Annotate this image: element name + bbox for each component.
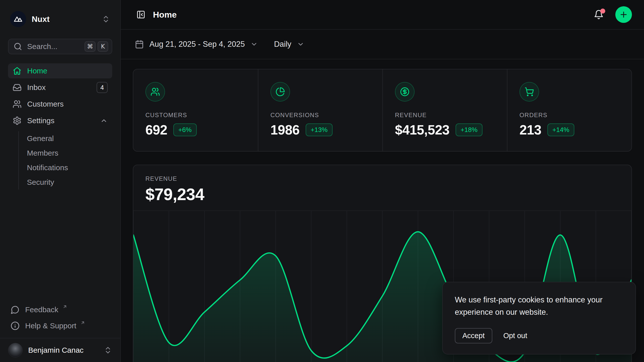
users-icon xyxy=(145,82,165,102)
settings-subnav: General Members Notifications Security xyxy=(18,131,112,190)
sidebar-footer: Feedback Help & Support xyxy=(8,302,112,338)
chevron-down-icon xyxy=(297,40,304,48)
stat-value: 213 xyxy=(519,122,541,138)
opt-out-button[interactable]: Opt out xyxy=(503,332,527,340)
sidebar-item-home[interactable]: Home xyxy=(8,63,112,78)
sidebar-item-label: Inbox xyxy=(27,83,46,92)
accept-button[interactable]: Accept xyxy=(455,328,492,343)
help-support-label: Help & Support xyxy=(25,322,76,330)
search-placeholder: Search... xyxy=(27,42,57,51)
revenue-panel-header: REVENUE $79,234 xyxy=(133,165,631,210)
stat-label: ORDERS xyxy=(519,112,619,119)
chevrons-up-down-icon xyxy=(102,15,110,23)
topbar-actions xyxy=(592,6,632,23)
stat-label: REVENUE xyxy=(395,112,495,119)
help-support-link[interactable]: Help & Support xyxy=(8,318,112,333)
kbd-cmd: ⌘ xyxy=(85,41,96,52)
sidebar-item-security[interactable]: Security xyxy=(19,175,112,190)
date-range-picker[interactable]: Aug 21, 2025 - Sep 4, 2025 xyxy=(135,40,258,49)
stat-delta-badge: +14% xyxy=(547,123,574,136)
app-root: Nuxt Search... ⌘ K Home xyxy=(0,0,644,362)
workspace-switcher[interactable]: Nuxt xyxy=(8,10,112,28)
revenue-panel-value: $79,234 xyxy=(145,185,619,204)
info-circle-icon xyxy=(11,321,20,330)
granularity-select[interactable]: Daily xyxy=(274,40,304,49)
sidebar-item-label: Home xyxy=(27,67,47,75)
nuxt-logo-icon xyxy=(10,11,26,27)
granularity-value: Daily xyxy=(274,40,291,49)
home-icon xyxy=(13,66,22,75)
pie-chart-icon xyxy=(270,82,290,102)
cookie-banner: We use first-party cookies to enhance yo… xyxy=(442,282,636,354)
topbar: Home xyxy=(121,0,644,30)
stat-card-revenue: REVENUE $415,523 +18% xyxy=(382,69,507,151)
add-button[interactable] xyxy=(615,6,632,23)
sidebar-item-settings[interactable]: Settings xyxy=(8,113,112,128)
sidebar-nav: Home Inbox 4 Customers Settings xyxy=(8,63,112,190)
sidebar-item-label: Customers xyxy=(27,100,64,108)
message-circle-icon xyxy=(11,305,20,314)
revenue-panel-label: REVENUE xyxy=(145,175,619,182)
inbox-count-badge: 4 xyxy=(97,82,108,93)
sidebar-item-inbox[interactable]: Inbox 4 xyxy=(8,80,112,95)
page-title: Home xyxy=(153,10,177,20)
users-icon xyxy=(13,100,22,109)
search-input[interactable]: Search... ⌘ K xyxy=(8,39,112,54)
search-shortcut: ⌘ K xyxy=(85,41,108,52)
stat-card-orders: ORDERS 213 +14% xyxy=(507,69,631,151)
stats-row: CUSTOMERS 692 +6% CONVERSIONS 1986 +13% xyxy=(133,69,632,152)
stat-value: 1986 xyxy=(270,122,300,138)
chevrons-up-down-icon xyxy=(104,346,112,354)
feedback-label: Feedback xyxy=(25,305,58,314)
filter-bar: Aug 21, 2025 - Sep 4, 2025 Daily xyxy=(121,30,644,59)
cookie-message: We use first-party cookies to enhance yo… xyxy=(455,294,623,319)
sidebar-item-notifications[interactable]: Notifications xyxy=(19,160,112,175)
search-icon xyxy=(14,42,22,51)
stat-label: CUSTOMERS xyxy=(145,112,246,119)
sidebar-item-label: Settings xyxy=(27,116,54,125)
user-name: Benjamin Canac xyxy=(28,346,84,354)
user-menu[interactable]: Benjamin Canac xyxy=(0,338,120,362)
external-link-icon xyxy=(62,304,67,309)
sidebar-item-general[interactable]: General xyxy=(19,131,112,146)
stat-label: CONVERSIONS xyxy=(270,112,370,119)
avatar xyxy=(8,343,23,357)
stat-card-conversions: CONVERSIONS 1986 +13% xyxy=(258,69,382,151)
notification-dot xyxy=(600,9,605,14)
stat-value: $415,523 xyxy=(395,122,450,138)
cookie-actions: Accept Opt out xyxy=(455,328,623,343)
stat-value: 692 xyxy=(145,122,167,138)
workspace-name: Nuxt xyxy=(32,15,50,24)
sidebar-item-customers[interactable]: Customers xyxy=(8,97,112,112)
external-link-icon xyxy=(80,320,85,325)
chevron-down-icon xyxy=(250,40,258,48)
shopping-cart-icon xyxy=(519,82,539,102)
stat-delta-badge: +6% xyxy=(173,123,197,136)
stat-delta-badge: +13% xyxy=(306,123,333,136)
notifications-button[interactable] xyxy=(592,8,605,21)
sidebar: Nuxt Search... ⌘ K Home xyxy=(0,0,121,362)
stat-delta-badge: +18% xyxy=(456,123,482,136)
dollar-circle-icon xyxy=(395,82,415,102)
inbox-icon xyxy=(13,83,22,92)
chevron-up-icon xyxy=(100,117,108,124)
sidebar-collapse-button[interactable] xyxy=(135,9,147,21)
calendar-icon xyxy=(135,40,144,49)
feedback-link[interactable]: Feedback xyxy=(8,302,112,317)
kbd-k: K xyxy=(98,41,108,52)
date-range-value: Aug 21, 2025 - Sep 4, 2025 xyxy=(149,40,245,49)
stat-card-customers: CUSTOMERS 692 +6% xyxy=(133,69,258,151)
gear-icon xyxy=(13,116,22,125)
sidebar-item-members[interactable]: Members xyxy=(19,146,112,160)
sidebar-spacer xyxy=(8,190,112,302)
